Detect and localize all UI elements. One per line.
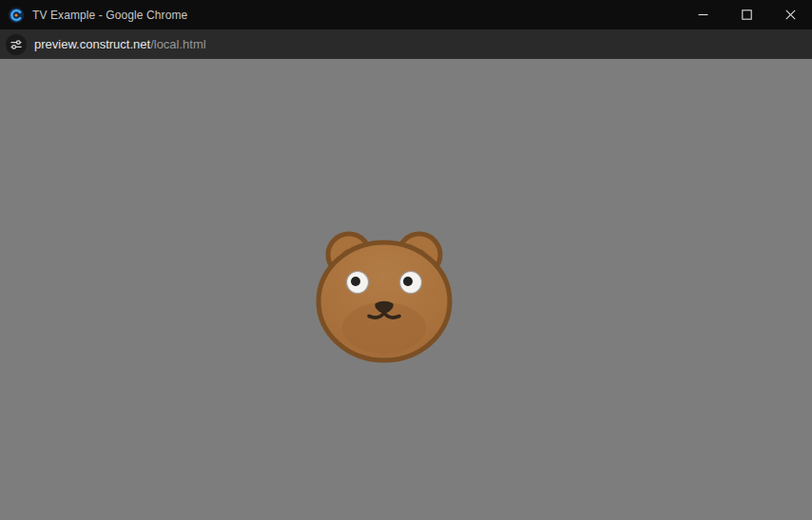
bear-right-pupil xyxy=(403,277,413,286)
url-display[interactable]: preview.construct.net/local.html xyxy=(34,37,206,51)
construct-logo-icon xyxy=(9,8,24,23)
browser-window: TV Example - Google Chrome xyxy=(0,0,812,520)
close-button[interactable] xyxy=(768,0,812,29)
titlebar: TV Example - Google Chrome xyxy=(0,0,812,29)
minimize-button[interactable] xyxy=(681,0,725,29)
site-settings-icon[interactable] xyxy=(6,34,27,55)
page-canvas[interactable] xyxy=(0,59,812,520)
bear-sprite[interactable] xyxy=(313,227,455,366)
url-path: /local.html xyxy=(150,37,206,51)
window-controls xyxy=(681,0,812,29)
url-host: preview.construct.net xyxy=(34,37,150,51)
window-title: TV Example - Google Chrome xyxy=(32,9,187,22)
address-bar: preview.construct.net/local.html xyxy=(0,29,812,59)
maximize-button[interactable] xyxy=(725,0,768,29)
bear-left-pupil xyxy=(351,277,360,286)
